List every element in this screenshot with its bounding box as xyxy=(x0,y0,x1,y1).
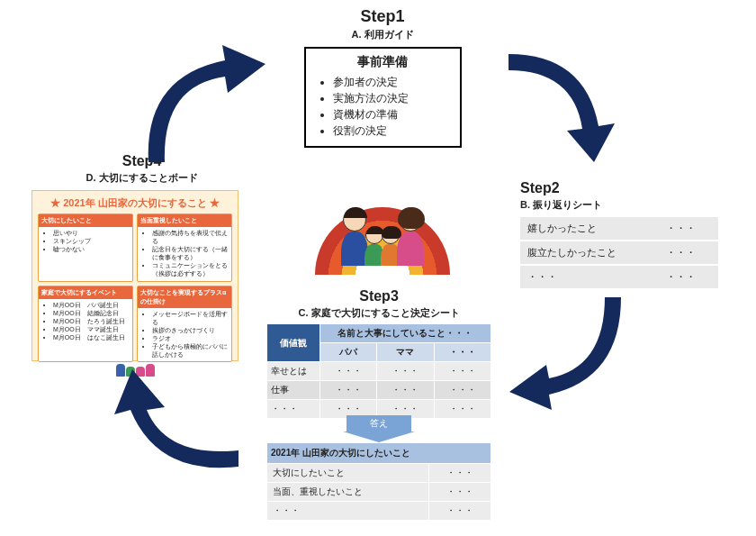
board-card: 大切なことを実現するプラスαの仕掛け メッセージボードを活用する挨拶のきっかけづ… xyxy=(137,286,232,363)
table-row: 腹立たしかったこと・・・ xyxy=(520,241,718,264)
step3-subtitle: C. 家庭で大切にすること決定シート xyxy=(266,306,491,320)
step1-block: Step1 A. 利用ガイド 事前準備 参加者の決定 実施方法の決定 資機材の準… xyxy=(279,7,486,148)
step3-block: Step3 C. 家庭で大切にすること決定シート 価値観 名前と大事にしているこ… xyxy=(266,288,491,521)
arrow-step4-to-step1 xyxy=(122,41,274,176)
values-board: ★ 2021年 山田家の大切にすること ★ 大切にしたいこと 思いやりスキンシッ… xyxy=(32,190,238,361)
step2-table: 嬉しかったこと・・・ 腹立たしかったこと・・・ ・・・・・・ xyxy=(520,215,718,290)
arrow-step3-to-step4 xyxy=(94,360,248,495)
list-item: 参加者の決定 xyxy=(333,74,453,90)
table-row: 仕事・・・・・・・・・ xyxy=(267,381,491,400)
person-mom-icon xyxy=(397,208,424,266)
table-row: 幸せとは・・・・・・・・・ xyxy=(267,362,491,381)
step2-subtitle: B. 振り返りシート xyxy=(520,198,718,212)
family-illustration xyxy=(315,176,450,275)
list-item: 資機材の準備 xyxy=(333,106,453,123)
table-row: 当面、重視したいこと・・・ xyxy=(267,483,491,502)
star-icon: ★ xyxy=(50,197,60,208)
step1-subtitle: A. 利用ガイド xyxy=(279,28,486,41)
step3-title: Step3 xyxy=(266,288,491,304)
step4-block: Step4 D. 大切にすることボード ★ 2021年 山田家の大切にすること … xyxy=(32,153,252,361)
board-title: ★ 2021年 山田家の大切にすること ★ xyxy=(38,196,232,210)
answer-arrow-icon: 答え xyxy=(343,432,415,442)
list-item: 役割の決定 xyxy=(333,123,453,139)
table-row: ・・・・・・ xyxy=(267,502,491,521)
answer-label: 答え xyxy=(346,415,411,432)
step3-matrix: 価値観 名前と大事にしていること・・・ パパ ママ ・・・ 幸せとは・・・・・・… xyxy=(266,323,491,419)
board-card: 家庭で大切にするイベント M月OO日 パパ誕生日M月OO日 結婚記念日M月OO日… xyxy=(38,286,133,363)
table-row: ・・・・・・ xyxy=(520,266,718,288)
list-item: 実施方法の決定 xyxy=(333,90,453,106)
preparation-list: 参加者の決定 実施方法の決定 資機材の準備 役割の決定 xyxy=(313,74,453,139)
arrow-step2-to-step3 xyxy=(504,288,648,423)
table-row: 大切にしたいこと・・・ xyxy=(267,464,491,483)
board-card: 当面重視したいこと 感謝の気持ちを表現で伝える記念日を大切にする（一緒に食事をす… xyxy=(137,213,232,282)
preparation-title: 事前準備 xyxy=(313,54,453,70)
step1-title: Step1 xyxy=(279,7,486,26)
star-icon: ★ xyxy=(210,197,220,208)
step3-summary: 2021年 山田家の大切にしたいこと 大切にしたいこと・・・ 当面、重視したいこ… xyxy=(266,442,491,521)
arrow-step1-to-step2 xyxy=(500,41,634,176)
step2-block: Step2 B. 振り返りシート 嬉しかったこと・・・ 腹立たしかったこと・・・… xyxy=(520,180,718,290)
board-card: 大切にしたいこと 思いやりスキンシップ嘘つかない xyxy=(38,213,133,282)
step2-title: Step2 xyxy=(520,180,718,196)
table-row: 嬉しかったこと・・・ xyxy=(520,217,718,240)
preparation-box: 事前準備 参加者の決定 実施方法の決定 資機材の準備 役割の決定 xyxy=(304,47,462,148)
